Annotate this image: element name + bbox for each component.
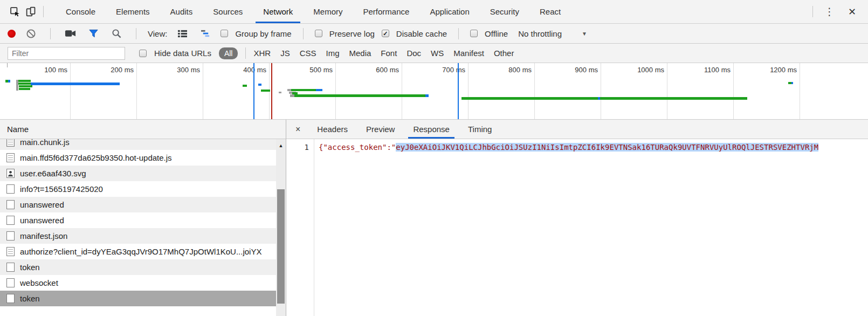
name-column-header[interactable]: Name xyxy=(0,120,286,139)
record-network-log-button[interactable] xyxy=(8,30,16,38)
details-tab-headers[interactable]: Headers xyxy=(308,120,357,139)
waterfall-bar xyxy=(7,63,8,67)
waterfall-bar xyxy=(18,83,31,85)
scroll-up-arrow-icon[interactable]: ▲ xyxy=(276,143,286,148)
request-name: unanswered xyxy=(20,216,64,225)
timeline-tick-label: 300 ms xyxy=(161,66,200,74)
main-tab-react[interactable]: React xyxy=(529,0,571,23)
inspect-element-icon[interactable] xyxy=(6,4,23,20)
filter-input[interactable] xyxy=(8,47,125,60)
clear-icon[interactable] xyxy=(23,25,39,42)
request-list-scrollbar[interactable]: ▲ xyxy=(276,139,286,316)
request-name: token xyxy=(20,263,40,272)
request-row[interactable]: token xyxy=(0,259,276,275)
main-tab-memory[interactable]: Memory xyxy=(303,0,353,23)
timeline-gridline xyxy=(733,63,734,119)
more-options-icon[interactable]: ⋮ xyxy=(817,5,842,18)
disable-cache-checkbox[interactable] xyxy=(382,30,389,37)
request-row[interactable]: token xyxy=(0,291,276,306)
filter-type-js[interactable]: JS xyxy=(280,49,290,58)
script-file-icon xyxy=(6,153,15,162)
details-tab-response[interactable]: Response xyxy=(404,120,459,139)
waterfall-bar xyxy=(18,80,31,82)
preserve-log-checkbox[interactable] xyxy=(315,30,322,37)
request-row[interactable]: authorize?client_id=dyYEaG3qqJVr9O17MhQ7… xyxy=(0,244,276,259)
timeline-tick-label: 1100 ms xyxy=(692,66,731,74)
script-file-icon xyxy=(6,247,15,256)
request-name: user.e6aaf430.svg xyxy=(20,169,86,178)
file-icon xyxy=(6,231,15,241)
filter-type-manifest[interactable]: Manifest xyxy=(453,49,484,58)
close-devtools-icon[interactable]: ✕ xyxy=(842,6,863,18)
group-by-frame-checkbox[interactable] xyxy=(221,30,228,37)
request-row[interactable]: manifest.json xyxy=(0,228,276,244)
waterfall-bar xyxy=(8,80,10,83)
show-overview-waterfall-icon[interactable] xyxy=(197,25,213,42)
timeline-tick-label: 500 ms xyxy=(294,66,333,74)
details-tab-timing[interactable]: Timing xyxy=(459,120,501,139)
divider xyxy=(458,28,459,39)
offline-checkbox[interactable] xyxy=(470,30,478,37)
scrollbar-thumb[interactable] xyxy=(277,189,285,304)
request-row[interactable]: info?t=1565197425020 xyxy=(0,181,276,197)
main-tab-console[interactable]: Console xyxy=(56,0,106,23)
main-tab-network[interactable]: Network xyxy=(253,0,303,23)
group-by-frame-label: Group by frame xyxy=(235,29,291,38)
main-tab-security[interactable]: Security xyxy=(480,0,529,23)
main-tab-elements[interactable]: Elements xyxy=(106,0,160,23)
preserve-log-label: Preserve log xyxy=(329,29,375,38)
filter-type-xhr[interactable]: XHR xyxy=(253,49,271,58)
waterfall-bar xyxy=(258,84,261,86)
timeline-gridline xyxy=(402,63,402,119)
main-tab-audits[interactable]: Audits xyxy=(160,0,203,23)
large-request-rows-icon[interactable] xyxy=(174,25,190,42)
network-toolbar: View: Group by frame Preserve log Disabl… xyxy=(0,24,868,44)
filter-type-other[interactable]: Other xyxy=(494,49,514,58)
throttling-select[interactable]: No throttling xyxy=(518,29,562,38)
name-column-header-label: Name xyxy=(7,125,29,134)
filter-type-all[interactable]: All xyxy=(219,47,238,59)
main-tab-performance[interactable]: Performance xyxy=(353,0,420,23)
timeline-tick-label: 600 ms xyxy=(360,66,399,74)
waterfall-bar xyxy=(461,97,747,100)
response-body-viewer[interactable]: 1 {"access_token":"eyJ0eXAiOiJKV1QiLCJhb… xyxy=(286,139,868,316)
network-overview-timeline[interactable]: 100 ms200 ms300 ms400 ms500 ms600 ms700 … xyxy=(0,63,868,120)
filter-type-img[interactable]: Img xyxy=(326,49,339,58)
timeline-gridline xyxy=(534,63,535,119)
request-row[interactable]: unanswered xyxy=(0,197,276,212)
waterfall-bar xyxy=(19,85,32,87)
waterfall-bar xyxy=(791,82,793,84)
filter-funnel-icon[interactable] xyxy=(85,25,101,42)
request-row[interactable]: user.e6aaf430.svg xyxy=(0,166,276,181)
device-toolbar-icon[interactable] xyxy=(23,4,39,20)
main-tab-application[interactable]: Application xyxy=(419,0,479,23)
view-label: View: xyxy=(148,29,167,38)
timeline-gridline xyxy=(468,63,469,119)
file-icon xyxy=(6,200,15,209)
filter-type-media[interactable]: Media xyxy=(349,49,371,58)
request-row[interactable]: main.ffd5f6d377da625b9350.hot-update.js xyxy=(0,150,276,166)
chevron-down-icon[interactable]: ▼ xyxy=(582,31,587,37)
screenshot-capture-icon[interactable] xyxy=(62,25,78,42)
close-details-icon[interactable]: × xyxy=(286,125,308,134)
timeline-gridline xyxy=(335,63,336,119)
request-row[interactable]: main.chunk.js xyxy=(0,139,276,150)
request-name: main.ffd5f6d377da625b9350.hot-update.js xyxy=(20,153,172,162)
request-row[interactable]: unanswered xyxy=(0,212,276,228)
timeline-tick-label: 100 ms xyxy=(29,66,67,74)
request-name: main.chunk.js xyxy=(20,139,70,147)
search-icon[interactable] xyxy=(108,25,125,42)
waterfall-bar xyxy=(31,83,120,85)
file-icon xyxy=(6,278,15,287)
timeline-gridline xyxy=(667,63,667,119)
filter-type-doc[interactable]: Doc xyxy=(407,49,421,58)
domcontentloaded-event-marker xyxy=(458,63,459,120)
filter-type-ws[interactable]: WS xyxy=(431,49,444,58)
details-tab-preview[interactable]: Preview xyxy=(357,120,404,139)
request-row[interactable]: websocket xyxy=(0,275,276,291)
hide-data-urls-checkbox[interactable] xyxy=(139,50,147,57)
main-tab-sources[interactable]: Sources xyxy=(203,0,253,23)
filter-type-font[interactable]: Font xyxy=(381,49,397,58)
request-name: manifest.json xyxy=(20,231,67,241)
filter-type-css[interactable]: CSS xyxy=(300,49,316,58)
